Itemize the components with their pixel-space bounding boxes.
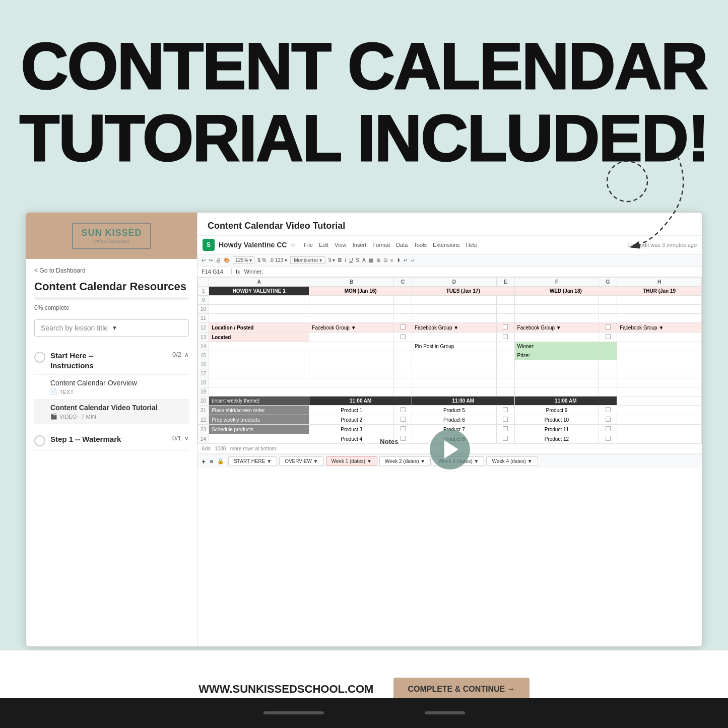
menu-format[interactable]: Format [372,242,390,248]
cell-b12[interactable]: Facebook Group ▼ [309,323,394,333]
menu-edit[interactable]: Edit [319,242,328,248]
lesson-section-2: Step 1 -- Watermark 0/1 ∨ [34,430,189,451]
undo-icon[interactable]: ↩ [202,257,206,263]
col-header-f: F [514,278,599,287]
tab-week4[interactable]: Week 4 (dates) ▼ [486,456,538,466]
video-play-button[interactable] [430,429,470,470]
menu-file[interactable]: File [304,242,313,248]
table-row: 16 [198,360,702,369]
cell-c22[interactable] [394,415,412,425]
cell-h12[interactable]: Facebook Group ▼ [617,323,702,333]
underline-btn[interactable]: U [349,257,353,263]
font-size[interactable]: 9 ▾ [328,257,335,263]
cell-c16 [394,360,412,369]
cell-h19 [617,387,702,396]
lesson-section-header-1[interactable]: Start Here --Instructions 0/2 ∧ [34,347,189,375]
cell-a1[interactable]: HOWDY VALENTINE 1 [209,287,309,296]
screenshot-container: SUN KISSED virtual assistant < Go to Das… [25,212,703,647]
cell-d12[interactable]: Facebook Group ▼ [412,323,496,333]
italic-btn[interactable]: I [345,257,346,263]
cell-b14 [309,342,394,351]
cell-c23[interactable] [394,425,412,434]
tab-week1[interactable]: Week 1 (dates) ▼ [326,456,377,466]
zoom-selector[interactable]: 125% ▾ [233,256,254,264]
cell-a9 [209,296,309,305]
cell-c19 [394,387,412,396]
cell-c21[interactable] [394,406,412,415]
cell-c13[interactable] [394,333,412,342]
cell-f12[interactable]: Facebook Group ▼ [514,323,599,333]
cell-g22[interactable] [599,415,617,425]
align-btn[interactable]: ≡ [390,257,393,263]
cell-b24: Product 4 [309,434,394,444]
font-selector[interactable]: Montserrat ▾ [290,256,325,264]
cell-g23[interactable] [599,425,617,434]
cell-g12[interactable] [599,323,617,333]
menu-help[interactable]: Help [466,242,478,248]
cell-b1[interactable]: MON (Jan 16) [309,287,412,296]
cell-a12: Location / Posted [209,323,309,333]
row-num: 1 [198,287,209,296]
cell-e12[interactable] [496,323,514,333]
cell-g21[interactable] [599,406,617,415]
tab-overview[interactable]: OVERVIEW ▼ [279,456,323,466]
lesson-section-header-2[interactable]: Step 1 -- Watermark 0/1 ∨ [34,430,189,451]
lesson-item-video[interactable]: Content Calendar Video Tutorial 🎬 VIDEO … [34,400,189,424]
cell-d21: Product 5 [412,406,496,415]
rotate-btn[interactable]: ⤾ [411,257,415,263]
bold-btn[interactable]: B [338,257,342,263]
search-box[interactable]: Search by lesson title ▼ [34,319,189,337]
tab-week2[interactable]: Week 2 (dates) ▼ [379,456,431,466]
row-num: 9 [198,296,209,305]
print-icon[interactable]: 🖨 [216,257,221,263]
back-link[interactable]: < Go to Dashboard [34,267,189,274]
cell-e18 [496,378,514,387]
cell-e13[interactable] [496,333,514,342]
cell-h21 [617,406,702,415]
cell-h1[interactable]: THUR (Jan 19 [617,287,702,296]
strikethrough-btn[interactable]: S [356,257,359,263]
fill-color-btn[interactable]: ▩ [369,257,373,263]
borders-btn[interactable]: ⊞ [376,257,380,263]
cell-h18 [617,378,702,387]
title-line1: CONTENT CALENDAR [0,30,728,102]
cell-f14[interactable]: Winner: [514,342,599,351]
menu-extensions[interactable]: Extensions [433,242,460,248]
cell-e21[interactable] [496,406,514,415]
menu-view[interactable]: View [335,242,347,248]
svg-point-0 [607,161,647,202]
cell-c12[interactable] [394,323,412,333]
text-color-btn[interactable]: A [362,257,366,263]
cell-b19 [309,387,394,396]
brand-name: SUN KISSED [81,228,142,238]
cell-a19 [209,387,309,396]
merge-btn[interactable]: ⊡ [383,257,387,263]
cell-g13[interactable] [599,333,617,342]
cell-c24[interactable] [394,434,412,444]
redo-icon[interactable]: ↪ [209,257,213,263]
wrap-btn[interactable]: ↵ [404,257,408,263]
lesson-item-overview[interactable]: Content Calendar Overview 📄 TEXT [34,375,189,400]
cell-d1[interactable]: TUES (Jan 17) [412,287,514,296]
menu-insert[interactable]: Insert [353,242,367,248]
cell-e24[interactable] [496,434,514,444]
star-icon: ☆ [291,242,296,248]
paint-icon[interactable]: 🎨 [224,257,230,263]
course-title: Content Calendar Resources [34,280,189,293]
cell-e23[interactable] [496,425,514,434]
cell-reference[interactable]: F14:G14 [202,269,232,275]
valign-btn[interactable]: ⬍ [396,257,401,263]
cell-f1[interactable]: WED (Jan 18) [514,287,617,296]
cell-g24[interactable] [599,434,617,444]
section-circle-icon-2 [34,435,45,446]
cell-e22[interactable] [496,415,514,425]
tab-start-here[interactable]: START HERE ▼ [228,456,277,466]
sheet-menu-icon[interactable]: ≡ [210,458,213,465]
add-sheet-icon[interactable]: + [202,457,206,466]
lock-icon: 🔒 [217,458,224,465]
menu-data[interactable]: Data [396,242,408,248]
cell-b17 [309,369,394,378]
row-num: 16 [198,360,209,369]
cell-e16 [496,360,514,369]
menu-tools[interactable]: Tools [414,242,427,248]
